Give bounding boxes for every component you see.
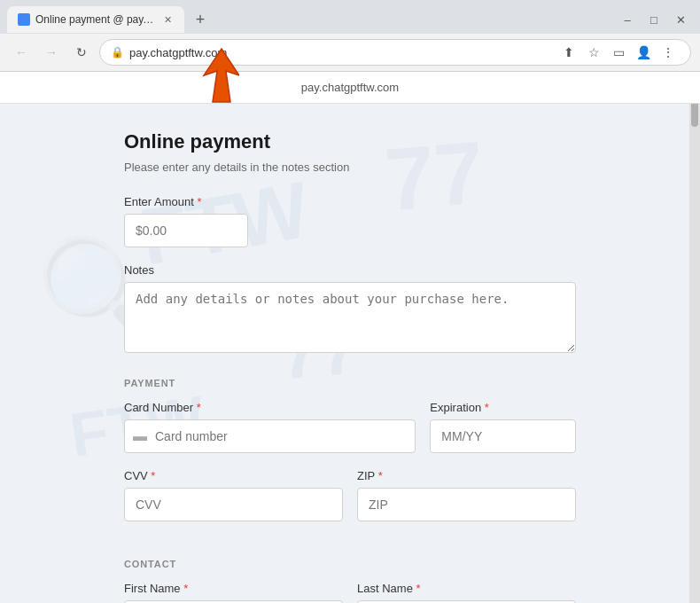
card-input-wrapper: ▬ <box>124 419 416 453</box>
last-name-label: Last Name * <box>357 582 576 595</box>
card-number-group: Card Number * ▬ <box>124 401 416 453</box>
notes-input[interactable] <box>124 282 576 353</box>
required-marker: * <box>197 195 201 208</box>
maximize-button[interactable]: □ <box>642 7 666 32</box>
first-name-label: First Name * <box>124 582 343 595</box>
payment-section-label: PAYMENT <box>124 378 576 388</box>
menu-icon[interactable]: ⋮ <box>657 41 680 64</box>
bookmark-icon[interactable]: ☆ <box>582 41 605 64</box>
back-button[interactable]: ← <box>9 40 34 65</box>
tab-close-button[interactable]: ✕ <box>161 13 174 26</box>
expiration-label: Expiration * <box>430 401 576 414</box>
profile-icon[interactable]: 👤 <box>632 41 655 64</box>
notes-group: Notes <box>124 263 576 356</box>
card-number-input[interactable] <box>124 419 416 453</box>
payment-section: PAYMENT Card Number * ▬ Ex <box>124 378 576 537</box>
lock-icon: 🔒 <box>111 46 124 59</box>
form-container: Online payment Please enter any details … <box>89 104 611 603</box>
expiration-input[interactable] <box>430 419 576 453</box>
forward-button[interactable]: → <box>39 40 64 65</box>
page-title: Online payment <box>124 130 576 153</box>
zip-group: ZIP * <box>357 469 576 521</box>
cvv-group: CVV * <box>124 469 343 521</box>
contact-section-label: CONTACT <box>124 559 576 569</box>
scrollbar[interactable] <box>689 72 700 603</box>
new-tab-button[interactable]: + <box>188 7 213 32</box>
active-tab[interactable]: Online payment @ pay.chatgptftw. ✕ <box>7 6 184 33</box>
share-icon[interactable]: ⬆ <box>557 41 580 64</box>
zip-label: ZIP * <box>357 469 576 482</box>
url-text: pay.chatgptftw.com <box>129 46 552 59</box>
sidebar-icon[interactable]: ▭ <box>607 41 630 64</box>
amount-input[interactable] <box>124 214 248 247</box>
contact-section: CONTACT First Name * Last Name * <box>124 559 576 603</box>
cvv-input[interactable] <box>124 488 343 521</box>
cvv-zip-row: CVV * ZIP * <box>124 469 576 537</box>
card-number-label: Card Number * <box>124 401 416 414</box>
amount-group: Enter Amount * <box>124 195 576 247</box>
page-subtitle: Please enter any details in the notes se… <box>124 161 576 174</box>
last-name-group: Last Name * <box>357 582 576 603</box>
site-header: pay.chatgptftw.com <box>0 72 700 104</box>
notes-label: Notes <box>124 263 576 277</box>
expiration-group: Expiration * <box>430 401 576 453</box>
card-icon: ▬ <box>133 428 147 444</box>
close-button[interactable]: ✕ <box>668 7 693 32</box>
refresh-button[interactable]: ↻ <box>69 40 94 65</box>
name-row: First Name * Last Name * <box>124 582 576 603</box>
tab-title: Online payment @ pay.chatgptftw. <box>35 13 156 26</box>
minimize-button[interactable]: – <box>615 7 640 32</box>
first-name-group: First Name * <box>124 582 343 603</box>
card-expiry-row: Card Number * ▬ Expiration * <box>124 401 576 469</box>
cvv-label: CVV * <box>124 469 343 482</box>
amount-label: Enter Amount * <box>124 195 576 208</box>
zip-input[interactable] <box>357 488 576 521</box>
url-bar[interactable]: 🔒 pay.chatgptftw.com ⬆ ☆ ▭ 👤 ⋮ <box>99 39 691 66</box>
page-content: 🔍 FTW 77 FTW 77 pay.chatgptftw.com Onlin… <box>0 72 700 603</box>
tab-favicon <box>18 13 30 26</box>
